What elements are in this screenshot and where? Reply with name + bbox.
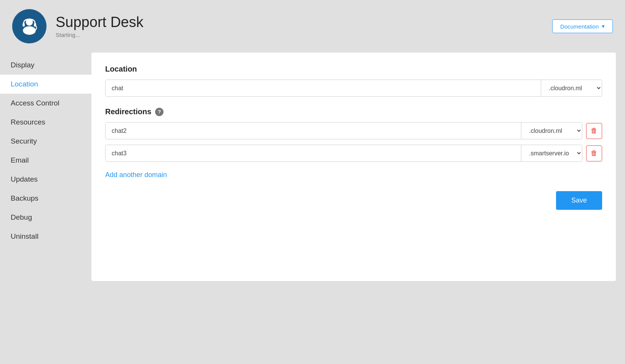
sidebar-item-location[interactable]: Location: [0, 75, 91, 94]
sidebar: Display Location Access Control Resource…: [0, 53, 91, 290]
location-row: .cloudron.ml .smartserver.io: [105, 80, 602, 97]
save-row: Save: [105, 191, 602, 210]
location-section-title: Location: [105, 65, 602, 73]
sidebar-item-security[interactable]: Security: [0, 132, 91, 151]
header: Support Desk Starting... Documentation ▾: [0, 0, 625, 53]
chevron-down-icon: ▾: [602, 23, 605, 30]
delete-redirect-1-button[interactable]: 🗑: [586, 123, 602, 139]
sidebar-item-debug[interactable]: Debug: [0, 208, 91, 227]
redirect-input-2[interactable]: [106, 145, 521, 161]
app-subtitle: Starting...: [56, 32, 143, 38]
redirect-input-group-2: .cloudron.ml .smartserver.io: [105, 145, 582, 162]
location-input[interactable]: [106, 80, 541, 96]
main-content: Location .cloudron.ml .smartserver.io Re…: [91, 53, 616, 281]
documentation-label: Documentation: [560, 23, 599, 30]
sidebar-item-updates[interactable]: Updates: [0, 170, 91, 189]
help-icon[interactable]: ?: [155, 108, 163, 116]
redirect-row-1: .cloudron.ml .smartserver.io 🗑: [105, 122, 602, 139]
location-domain-select[interactable]: .cloudron.ml .smartserver.io: [541, 80, 602, 96]
redirect-row-2: .cloudron.ml .smartserver.io 🗑: [105, 145, 602, 162]
redirections-section-title: Redirections: [105, 107, 151, 116]
layout: Display Location Access Control Resource…: [0, 53, 625, 290]
redirect-input-group-1: .cloudron.ml .smartserver.io: [105, 122, 582, 139]
sidebar-item-access-control[interactable]: Access Control: [0, 94, 91, 113]
header-left: Support Desk Starting...: [12, 9, 143, 43]
trash-icon-2: 🗑: [591, 149, 598, 157]
redirect-input-1[interactable]: [106, 123, 521, 139]
sidebar-item-email[interactable]: Email: [0, 151, 91, 170]
svg-rect-2: [22, 23, 25, 27]
delete-redirect-2-button[interactable]: 🗑: [586, 145, 602, 161]
redirect-domain-select-1[interactable]: .cloudron.ml .smartserver.io: [521, 123, 582, 139]
app-title-block: Support Desk Starting...: [56, 14, 143, 38]
trash-icon: 🗑: [591, 127, 598, 135]
sidebar-item-uninstall[interactable]: Uninstall: [0, 227, 91, 246]
sidebar-item-resources[interactable]: Resources: [0, 113, 91, 132]
redirections-header: Redirections ?: [105, 107, 602, 116]
documentation-button[interactable]: Documentation ▾: [552, 19, 613, 33]
save-button[interactable]: Save: [556, 191, 602, 210]
app-icon: [12, 9, 46, 43]
redirect-domain-select-2[interactable]: .cloudron.ml .smartserver.io: [521, 145, 582, 161]
app-title: Support Desk: [56, 14, 143, 30]
sidebar-item-display[interactable]: Display: [0, 56, 91, 75]
sidebar-item-backups[interactable]: Backups: [0, 189, 91, 208]
add-another-domain-link[interactable]: Add another domain: [105, 171, 167, 179]
svg-point-1: [23, 26, 36, 35]
